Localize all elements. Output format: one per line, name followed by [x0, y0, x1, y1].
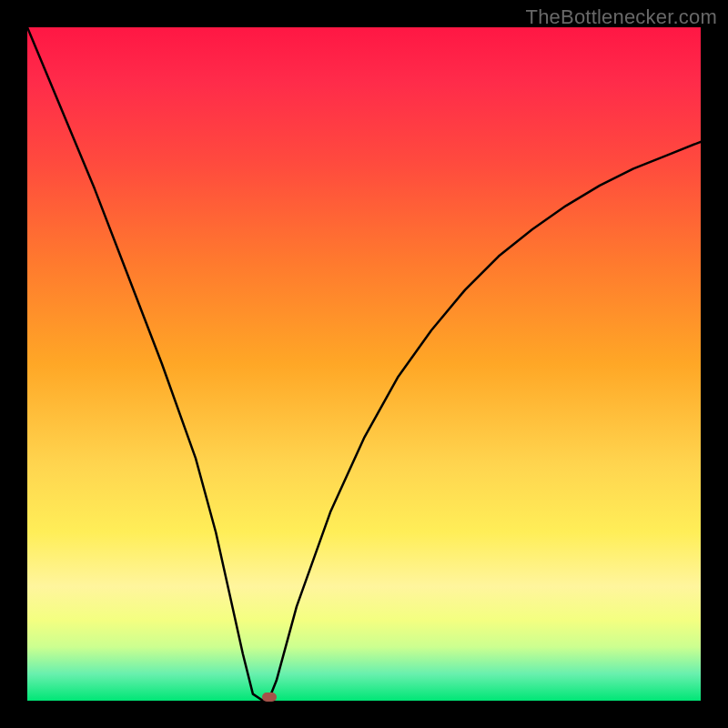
chart-frame	[27, 27, 701, 701]
optimal-point-marker	[262, 693, 277, 702]
plot-area	[27, 27, 701, 701]
watermark-text: TheBottlenecker.com	[526, 5, 717, 29]
bottleneck-curve	[27, 27, 701, 701]
